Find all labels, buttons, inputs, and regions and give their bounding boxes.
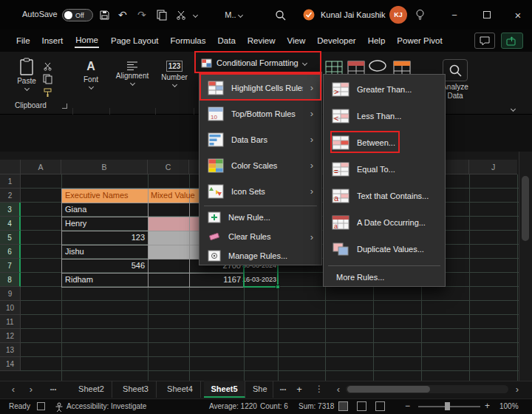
undo-button[interactable]: ↶ bbox=[118, 6, 127, 24]
submenu-item-duplicate-values[interactable]: Duplicate Values... bbox=[325, 236, 443, 262]
submenu-item-more-rules[interactable]: More Rules... bbox=[325, 268, 443, 286]
sheet-tabs-menu[interactable]: ⋮ bbox=[313, 381, 325, 398]
cell-B5[interactable]: 123 bbox=[64, 231, 145, 245]
tips-lightbulb-icon[interactable] bbox=[415, 6, 425, 24]
tab-file[interactable]: File bbox=[10, 30, 36, 52]
hscroll-right-arrow[interactable]: › bbox=[511, 381, 523, 398]
avatar[interactable]: KJ bbox=[389, 6, 407, 24]
sheet-tab-partial[interactable]: She bbox=[248, 381, 273, 398]
cell-C2[interactable]: Mixed Value bbox=[151, 189, 195, 203]
record-macro-icon[interactable] bbox=[37, 402, 45, 410]
menu-item-top-bottom-rules[interactable]: 10 Top/Bottom Rules › bbox=[201, 101, 320, 126]
column-header-a[interactable]: A bbox=[21, 160, 61, 174]
cut-button[interactable] bbox=[176, 6, 186, 24]
view-page-layout-button[interactable] bbox=[357, 401, 366, 411]
row-header-9[interactable]: 9 bbox=[0, 287, 21, 301]
sheet-overflow-right[interactable]: ••• bbox=[275, 381, 291, 398]
row-header-5[interactable]: 5 bbox=[0, 231, 21, 245]
row-header-6[interactable]: 6 bbox=[0, 245, 21, 259]
submenu-item-text-that-contains[interactable]: a Text that Contains... bbox=[325, 183, 443, 209]
share-button[interactable] bbox=[501, 33, 523, 49]
autosave-toggle[interactable]: Off bbox=[62, 9, 93, 21]
select-all-corner[interactable] bbox=[0, 160, 21, 174]
cut-dropdown-icon[interactable] bbox=[192, 12, 197, 17]
cell-B7[interactable]: 546 bbox=[64, 259, 145, 273]
sheet-tab-sheet2[interactable]: Sheet2 bbox=[71, 381, 112, 398]
row-header-2[interactable]: 2 bbox=[0, 189, 21, 203]
column-header-b[interactable]: B bbox=[61, 160, 148, 174]
row-header-1[interactable]: 1 bbox=[0, 174, 21, 189]
menu-item-data-bars[interactable]: Data Bars › bbox=[201, 126, 320, 152]
row-header-10[interactable]: 10 bbox=[0, 301, 21, 315]
sheet-nav-right[interactable]: › bbox=[24, 381, 38, 398]
conditional-formatting-button[interactable]: Conditional Formatting bbox=[198, 54, 318, 72]
save-button[interactable] bbox=[99, 6, 110, 24]
tab-formulas[interactable]: Formulas bbox=[165, 30, 212, 52]
view-page-break-button[interactable] bbox=[375, 401, 385, 411]
search-button[interactable] bbox=[275, 6, 286, 24]
row-header-12[interactable]: 12 bbox=[0, 329, 21, 343]
status-accessibility[interactable]: Accessibility: Investigate bbox=[66, 398, 146, 414]
tab-page-layout[interactable]: Page Layout bbox=[105, 30, 165, 52]
zoom-level[interactable]: 100% bbox=[499, 398, 519, 414]
horizontal-scrollbar-thumb[interactable] bbox=[347, 386, 430, 393]
copy-button[interactable] bbox=[157, 6, 167, 24]
sheet-nav-left[interactable]: ‹ bbox=[6, 381, 21, 398]
column-header-c[interactable]: C bbox=[148, 160, 189, 174]
copy-small-button[interactable] bbox=[43, 74, 52, 87]
comments-button[interactable] bbox=[474, 33, 495, 49]
sheet-overflow-left[interactable]: ••• bbox=[44, 381, 62, 398]
row-header-3[interactable]: 3 bbox=[0, 203, 21, 217]
row-header-14[interactable]: 14 bbox=[0, 357, 21, 371]
submenu-item-a-date-occurring[interactable]: a A Date Occurring... bbox=[325, 209, 443, 236]
paste-button[interactable]: Paste bbox=[13, 58, 40, 90]
row-header-4[interactable]: 4 bbox=[0, 217, 21, 231]
cell-B3[interactable]: Giana bbox=[65, 203, 86, 217]
clipboard-dialog-launcher[interactable] bbox=[62, 104, 67, 109]
menu-item-manage-rules[interactable]: Manage Rules... bbox=[201, 246, 320, 265]
font-group-button[interactable]: A Font bbox=[77, 59, 105, 89]
sheet-tab-sheet5[interactable]: Sheet5 bbox=[204, 381, 245, 398]
menu-item-clear-rules[interactable]: Clear Rules › bbox=[201, 227, 320, 246]
maximize-button[interactable] bbox=[473, 0, 501, 30]
row-header-8[interactable]: 8 bbox=[0, 273, 21, 287]
quick-access-overflow[interactable]: M.. bbox=[220, 6, 247, 24]
tab-review[interactable]: Review bbox=[242, 30, 282, 52]
cell-B4[interactable]: Henry bbox=[65, 217, 86, 231]
menu-item-highlight-cells-rules[interactable]: Highlight Cells Rules › bbox=[201, 75, 320, 101]
tab-power-pivot[interactable]: Power Pivot bbox=[391, 30, 448, 52]
tab-data[interactable]: Data bbox=[212, 30, 242, 52]
zoom-in-button[interactable]: + bbox=[485, 398, 490, 414]
cell-B8[interactable]: Ridham bbox=[65, 273, 93, 287]
menu-item-icon-sets[interactable]: Icon Sets › bbox=[201, 178, 320, 204]
row-header-13[interactable]: 13 bbox=[0, 343, 21, 357]
tab-developer[interactable]: Developer bbox=[311, 30, 361, 52]
redo-button[interactable]: ↷ bbox=[137, 6, 146, 24]
submenu-item-equal-to[interactable]: = Equal To... bbox=[325, 156, 443, 183]
submenu-item-less-than[interactable]: < Less Than... bbox=[325, 103, 443, 129]
zoom-slider-thumb[interactable] bbox=[445, 402, 450, 410]
zoom-out-button[interactable]: − bbox=[405, 398, 410, 414]
sheet-tab-sheet4[interactable]: Sheet4 bbox=[160, 381, 201, 398]
view-normal-button[interactable] bbox=[338, 401, 348, 411]
close-button[interactable]: × bbox=[504, 0, 532, 30]
minimize-button[interactable]: − bbox=[440, 0, 468, 30]
submenu-item-between[interactable]: Between... bbox=[325, 129, 443, 156]
cell-B6[interactable]: Jishu bbox=[65, 245, 84, 259]
column-header-j[interactable]: J bbox=[469, 160, 517, 174]
cut-small-button[interactable] bbox=[43, 61, 52, 74]
tab-help[interactable]: Help bbox=[362, 30, 392, 52]
new-sheet-button[interactable]: + bbox=[293, 381, 306, 398]
vertical-scrollbar-thumb[interactable] bbox=[522, 176, 529, 241]
tab-view[interactable]: View bbox=[282, 30, 312, 52]
row-header-7[interactable]: 7 bbox=[0, 259, 21, 273]
format-painter-button[interactable] bbox=[43, 87, 52, 101]
cell-D8[interactable]: 1167 bbox=[192, 273, 241, 287]
hscroll-left-arrow[interactable]: ‹ bbox=[332, 381, 344, 398]
submenu-item-greater-than[interactable]: > Greater Than... bbox=[325, 76, 443, 103]
shape-ellipse-icon[interactable] bbox=[368, 59, 387, 75]
sheet-tab-sheet3[interactable]: Sheet3 bbox=[115, 381, 157, 398]
account-name[interactable]: Kunal Jai Kaushik bbox=[321, 10, 385, 19]
cell-B2[interactable]: Executive Names bbox=[65, 189, 129, 203]
collapse-ribbon-button[interactable] bbox=[511, 101, 515, 114]
